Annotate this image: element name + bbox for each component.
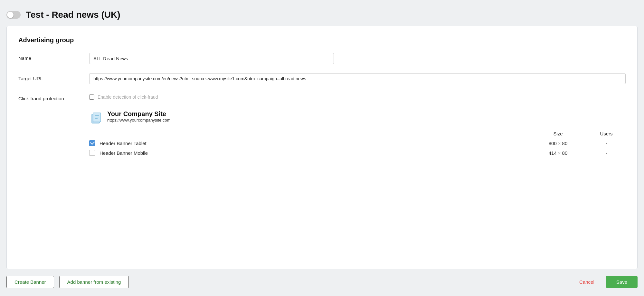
banner-row: Header Banner Mobile414×80-	[89, 148, 626, 158]
banners-table-header: Size Users	[89, 131, 626, 136]
banner-checkbox-mobile[interactable]	[89, 150, 95, 156]
main-card: Advertising group Name Target URL Click-…	[6, 26, 638, 269]
col-users-header: Users	[587, 131, 626, 136]
name-field-container	[89, 53, 626, 64]
banner-users-mobile: -	[587, 150, 626, 156]
fraud-checkbox-row: Enable detection of click-fraud	[89, 93, 626, 100]
page-title: Test - Read news (UK)	[26, 10, 120, 20]
fraud-checkbox-label: Enable detection of click-fraud	[98, 94, 158, 100]
svg-rect-1	[93, 113, 101, 122]
banner-size-mobile: 414×80	[529, 150, 587, 156]
site-name: Your Company Site	[107, 110, 171, 118]
fraud-field-container: Enable detection of click-fraud	[89, 93, 626, 100]
site-header: Your Company Site https://www.yourcompan…	[89, 110, 626, 124]
col-size-header: Size	[529, 131, 587, 136]
cancel-button[interactable]: Cancel	[573, 276, 601, 288]
page-header: Test - Read news (UK)	[6, 6, 638, 26]
name-input[interactable]	[89, 53, 334, 64]
footer-actions: Create Banner Add banner from existing C…	[6, 269, 638, 290]
banner-checkbox-tablet[interactable]	[89, 140, 95, 146]
site-section: Your Company Site https://www.yourcompan…	[18, 110, 626, 158]
banner-name-mobile: Header Banner Mobile	[99, 150, 529, 156]
fraud-checkbox[interactable]	[89, 94, 94, 100]
name-label: Name	[18, 53, 89, 61]
save-button[interactable]: Save	[606, 276, 638, 288]
fraud-row: Click-fraud protection Enable detection …	[18, 93, 626, 101]
banner-users-tablet: -	[587, 141, 626, 146]
site-icon	[89, 111, 103, 124]
banner-size-tablet: 800×80	[529, 141, 587, 146]
banner-row: Header Banner Tablet800×80-	[89, 138, 626, 148]
banner-name-tablet: Header Banner Tablet	[99, 141, 529, 146]
section-title: Advertising group	[18, 36, 626, 44]
url-field-container	[89, 73, 626, 84]
name-row: Name	[18, 53, 626, 64]
toggle-switch[interactable]	[6, 11, 21, 19]
url-label: Target URL	[18, 73, 89, 81]
url-input[interactable]	[89, 73, 626, 84]
fraud-label: Click-fraud protection	[18, 93, 89, 101]
add-banner-button[interactable]: Add banner from existing	[59, 276, 129, 288]
url-row: Target URL	[18, 73, 626, 84]
site-info: Your Company Site https://www.yourcompan…	[107, 110, 171, 123]
create-banner-button[interactable]: Create Banner	[6, 276, 54, 288]
banners-container: Header Banner Tablet800×80-Header Banner…	[89, 138, 626, 158]
site-url: https://www.yourcompanysite.com	[107, 118, 171, 123]
